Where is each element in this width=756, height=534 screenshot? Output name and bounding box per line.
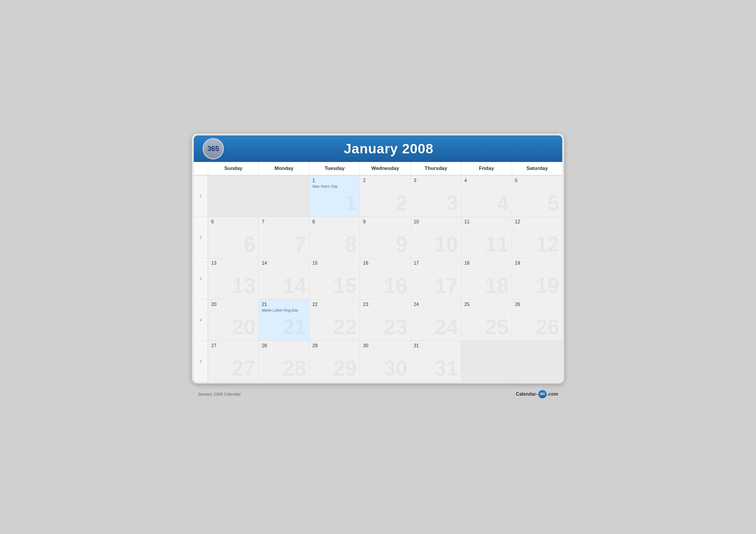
week-number-2: 2 (194, 216, 208, 258)
day-number: 31 (414, 343, 458, 348)
watermark-number: 29 (333, 358, 357, 379)
day-number: 13 (211, 261, 256, 266)
watermark-number: 18 (485, 275, 508, 296)
watermark-number: 14 (283, 275, 306, 296)
day-number: 4 (464, 178, 508, 183)
day-number: 10 (414, 219, 458, 224)
week-label-spacer (194, 162, 208, 175)
day-number: 16 (363, 261, 407, 266)
week-number-5: 5 (194, 341, 208, 382)
day-cell-30: 3030 (360, 341, 410, 382)
watermark-number: 19 (536, 275, 559, 296)
footer-right: Calendar- 365 .com (516, 390, 558, 398)
day-number: 29 (312, 343, 357, 348)
day-cell-9: 99 (360, 216, 410, 258)
watermark-number: 28 (283, 358, 306, 379)
day-cell-20: 2020 (208, 299, 258, 341)
day-number: 8 (312, 219, 357, 224)
day-cell-3: 33 (411, 175, 461, 216)
watermark-number: 9 (396, 234, 408, 255)
day-number: 5 (515, 178, 559, 183)
day-number: 23 (363, 302, 407, 307)
calendar-footer: January 2008 Calendar Calendar- 365 .com (192, 386, 564, 401)
day-number: 14 (262, 261, 306, 266)
footer-brand-after: .com (547, 392, 558, 397)
day-number: 7 (262, 219, 306, 224)
watermark-number: 26 (536, 316, 559, 338)
logo-badge: 365 (202, 138, 224, 159)
day-number: 26 (515, 302, 559, 307)
day-cell-11: 1111 (461, 216, 511, 258)
holiday-label: New Year's Day (312, 184, 357, 189)
watermark-number: 27 (232, 358, 256, 379)
day-cell-26: 2626 (512, 299, 562, 341)
day-number: 27 (211, 343, 256, 348)
watermark-number: 15 (333, 275, 357, 296)
day-cell-1: 1New Year's Day1 (309, 175, 360, 216)
day-header-wednesday: Wednesday (360, 162, 410, 175)
day-number: 28 (262, 343, 306, 348)
day-cell-19: 1919 (512, 258, 562, 299)
footer-brand-before: Calendar- (516, 392, 538, 397)
holiday-label: Martin Luther King Day (262, 308, 306, 313)
day-number: 24 (414, 302, 458, 307)
day-cell-31: 3131 (411, 341, 461, 382)
day-number: 3 (414, 178, 458, 183)
day-number: 22 (312, 302, 357, 307)
watermark-number: 12 (536, 234, 559, 255)
day-cell-17: 1717 (411, 258, 461, 299)
watermark-number: 25 (485, 316, 508, 338)
watermark-number: 22 (333, 316, 357, 338)
day-cell-25: 2525 (461, 299, 511, 341)
week-number-3: 3 (194, 258, 208, 299)
day-header-monday: Monday (258, 162, 309, 175)
watermark-number: 11 (485, 234, 508, 255)
day-cell-12: 1212 (512, 216, 562, 258)
watermark-number: 5 (548, 192, 559, 214)
watermark-number: 31 (434, 358, 458, 379)
day-cell-15: 1515 (309, 258, 360, 299)
day-number: 18 (464, 261, 508, 266)
day-number: 30 (363, 343, 407, 348)
day-cell-16: 1616 (360, 258, 410, 299)
day-cell-23: 2323 (360, 299, 410, 341)
day-header-friday: Friday (461, 162, 511, 175)
watermark-number: 2 (396, 192, 408, 214)
day-number: 19 (515, 261, 559, 266)
footer-logo-badge: 365 (538, 390, 547, 398)
day-cell-7: 77 (258, 216, 309, 258)
day-number: 17 (414, 261, 458, 266)
day-header-tuesday: Tuesday (309, 162, 360, 175)
watermark-number: 17 (434, 275, 458, 296)
day-cell-27: 2727 (208, 341, 258, 382)
day-cell-empty (512, 341, 562, 382)
week-number-1: 1 (194, 175, 208, 216)
watermark-number: 20 (232, 316, 256, 338)
calendar-inner: 365 January 2008 SundayMondayTuesdayWedn… (194, 136, 562, 382)
watermark-number: 30 (384, 358, 408, 379)
watermark-number: 3 (446, 192, 458, 214)
day-header-thursday: Thursday (411, 162, 461, 175)
calendar-wrapper: 365 January 2008 SundayMondayTuesdayWedn… (192, 134, 564, 384)
watermark-number: 23 (384, 316, 408, 338)
day-number: 25 (464, 302, 508, 307)
day-cell-24: 2424 (411, 299, 461, 341)
watermark-number: 7 (294, 234, 306, 255)
day-cell-empty (258, 175, 309, 216)
day-cell-4: 44 (461, 175, 511, 216)
day-cell-10: 1010 (411, 216, 461, 258)
watermark-number: 16 (384, 275, 408, 296)
day-cell-empty (461, 341, 511, 382)
watermark-number: 24 (434, 316, 458, 338)
day-number: 6 (211, 219, 256, 224)
day-cell-18: 1818 (461, 258, 511, 299)
day-number: 1 (312, 178, 357, 183)
day-number: 20 (211, 302, 256, 307)
day-header-sunday: Sunday (208, 162, 258, 175)
day-cell-14: 1414 (258, 258, 309, 299)
watermark-number: 10 (434, 234, 458, 255)
day-number: 2 (363, 178, 407, 183)
day-cell-29: 2929 (309, 341, 360, 382)
footer-left-text: January 2008 Calendar (198, 392, 241, 396)
day-cell-2: 22 (360, 175, 410, 216)
